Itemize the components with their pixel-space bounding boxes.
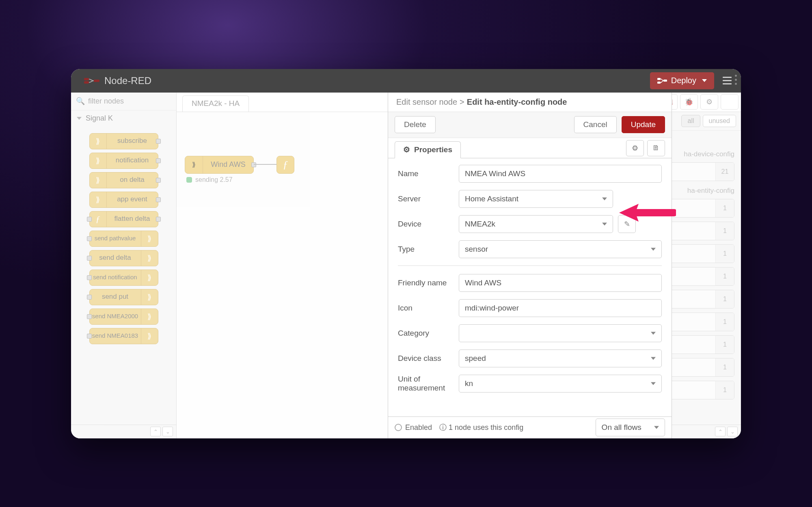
node-output-port[interactable] [156, 139, 161, 144]
svg-rect-2 [94, 80, 99, 82]
palette-node[interactable]: ƒflatten delta [89, 211, 158, 227]
breadcrumb-parent[interactable]: Edit sensor node [396, 97, 457, 107]
svg-rect-4 [657, 82, 661, 84]
svg-rect-3 [657, 78, 661, 80]
palette-node[interactable]: ⟫send delta [89, 250, 158, 266]
flow-tab[interactable]: NMEA2k - HA [182, 95, 249, 112]
filter-unused[interactable]: unused [703, 115, 736, 127]
config-item-count: 1 [715, 290, 734, 308]
tab-description[interactable]: 🗎 [647, 140, 665, 156]
gear-icon: ⚙ [403, 145, 410, 154]
node-input-port[interactable] [87, 275, 92, 280]
palette-node[interactable]: ⟫subscribe [89, 133, 158, 149]
palette-node[interactable]: ⟫on delta [89, 172, 158, 188]
chevron-down-icon [602, 222, 607, 225]
canvas-node-label: Wind AWS [203, 160, 253, 169]
label-device: Device [398, 220, 459, 229]
edit-device-button[interactable]: ✎ [618, 215, 636, 233]
node-output-port[interactable] [156, 217, 161, 222]
palette-node-label: on delta [107, 176, 158, 184]
editor-buttons: Delete Cancel Update [388, 112, 672, 138]
enabled-toggle[interactable]: Enabled [395, 423, 432, 432]
palette-node[interactable]: ⟫send NMEA2000 [89, 309, 158, 325]
wire [254, 164, 278, 165]
node-input-port[interactable] [87, 217, 92, 222]
palette-node[interactable]: ⟫send notification [89, 270, 158, 286]
config-item-count: 1 [715, 222, 734, 240]
palette-node-label: send NMEA0183 [90, 332, 141, 339]
info-icon: ⓘ [439, 423, 447, 431]
tab-more[interactable] [721, 94, 739, 110]
wifi-icon: ⟫ [96, 176, 100, 185]
label-friendly: Friendly name [398, 278, 459, 287]
icon-input[interactable]: mdi:wind-power [459, 299, 662, 317]
server-select[interactable]: Home Assistant [459, 190, 613, 208]
palette-filter-input[interactable] [88, 97, 182, 106]
palette-node[interactable]: ⟫send NMEA0183 [89, 328, 158, 344]
deploy-button[interactable]: Deploy [650, 72, 714, 89]
delete-button[interactable]: Delete [395, 116, 436, 133]
node-input-port[interactable] [87, 295, 92, 300]
name-input[interactable]: NMEA Wind AWS [459, 165, 662, 183]
friendly-name-input[interactable]: Wind AWS [459, 274, 662, 292]
wifi-icon: ⟫ [96, 195, 100, 204]
palette-collapse-button[interactable]: ⌃ [150, 427, 161, 436]
node-output-port[interactable] [156, 178, 161, 183]
chevron-down-icon [702, 79, 707, 82]
sidebar-expand-button[interactable]: ⌄ [727, 427, 738, 436]
svg-rect-0 [84, 78, 89, 80]
node-input-port[interactable] [87, 334, 92, 339]
tab-properties[interactable]: ⚙ Properties [395, 141, 461, 158]
deploy-label: Deploy [671, 76, 696, 85]
search-icon: 🔍 [76, 97, 85, 106]
tab-config-gear[interactable]: ⚙ [700, 94, 718, 110]
editor-tabs: ⚙ Properties ⚙ 🗎 [388, 138, 672, 158]
label-icon: Icon [398, 304, 459, 313]
palette-category-header[interactable]: Signal K [71, 110, 176, 127]
palette-filter[interactable]: 🔍 [71, 93, 176, 110]
node-output-port[interactable] [156, 197, 161, 202]
filter-all[interactable]: all [681, 115, 700, 127]
titlebar: Node-RED Deploy [71, 69, 741, 93]
palette-node[interactable]: ⟫send pathvalue [89, 231, 158, 247]
node-input-port[interactable] [87, 236, 92, 241]
label-server: Server [398, 194, 459, 203]
hamburger-menu-button[interactable] [717, 72, 737, 89]
canvas-node-wind[interactable]: ⟫ Wind AWS [185, 156, 254, 174]
tab-properties-label: Properties [414, 145, 452, 154]
config-uses: ⓘ 1 node uses this config [439, 423, 523, 432]
type-select[interactable]: sensor [459, 240, 662, 258]
divider [398, 265, 662, 266]
category-select[interactable] [459, 324, 662, 342]
palette-node[interactable]: ⟫app event [89, 192, 158, 208]
function-icon: ƒ [283, 159, 288, 171]
wifi-icon: ⟫ [147, 312, 151, 321]
chevron-down-icon [651, 357, 656, 360]
pencil-icon: ✎ [624, 220, 630, 229]
cancel-button[interactable]: Cancel [574, 116, 617, 133]
config-item-count: 21 [715, 163, 734, 181]
palette-node-label: send notification [90, 274, 141, 281]
palette-node-label: send delta [90, 254, 141, 262]
palette-node[interactable]: ⟫notification [89, 153, 158, 169]
workspace: 🔍 Signal K ⟫subscribe⟫notification⟫on de… [71, 93, 741, 438]
tab-debug[interactable]: 🐞 [680, 94, 698, 110]
node-input-port[interactable] [87, 256, 92, 261]
update-button[interactable]: Update [622, 116, 665, 133]
node-input-port[interactable] [87, 314, 92, 319]
config-item-count: 1 [715, 268, 734, 285]
node-output-port[interactable] [251, 162, 256, 167]
brand-text: Node-RED [104, 75, 151, 86]
palette-node[interactable]: ⟫send put [89, 289, 158, 305]
palette: 🔍 Signal K ⟫subscribe⟫notification⟫on de… [71, 93, 177, 438]
chevron-down-icon [654, 426, 659, 429]
scope-select[interactable]: On all flows [596, 419, 665, 436]
device-class-select[interactable]: speed [459, 350, 662, 367]
node-output-port[interactable] [156, 158, 161, 163]
palette-expand-button[interactable]: ⌄ [162, 427, 173, 436]
tab-settings[interactable]: ⚙ [626, 140, 644, 156]
device-select[interactable]: NMEA2k [459, 215, 613, 233]
sidebar-collapse-button[interactable]: ⌃ [715, 427, 726, 436]
canvas-node-function[interactable]: ƒ [276, 156, 294, 174]
uom-select[interactable]: kn [459, 375, 662, 393]
